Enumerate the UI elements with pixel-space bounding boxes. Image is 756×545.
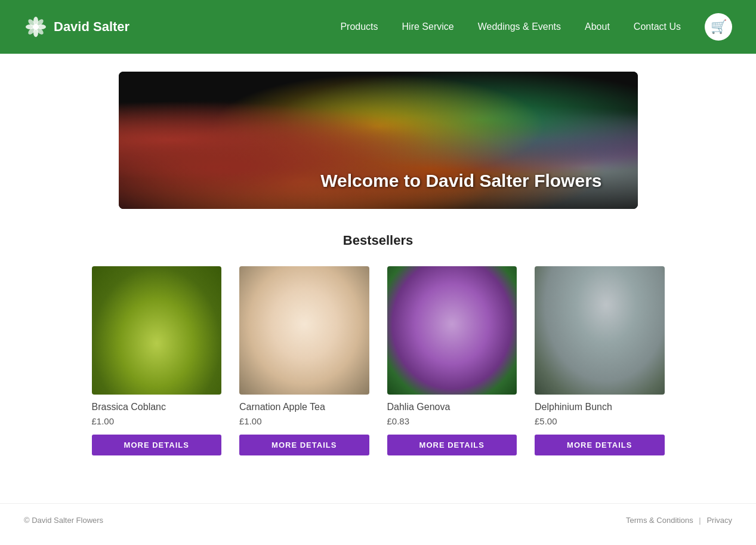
- bestsellers-title: Bestsellers: [92, 233, 665, 248]
- privacy-link[interactable]: Privacy: [706, 516, 732, 525]
- product-card-delphinium: Delphinium Bunch £5.00 MORE DETAILS: [535, 266, 665, 455]
- more-details-button-carnation[interactable]: MORE DETAILS: [239, 435, 369, 455]
- footer-divider: |: [699, 516, 701, 525]
- product-image-dahlia: [387, 266, 517, 395]
- hero-banner: Welcome to David Salter Flowers: [119, 72, 638, 209]
- nav-weddings[interactable]: Weddings & Events: [478, 21, 561, 32]
- product-price-brassica: £1.00: [92, 416, 115, 426]
- nav-products[interactable]: Products: [340, 21, 378, 32]
- product-card-brassica: Brassica Coblanc £1.00 MORE DETAILS: [92, 266, 222, 455]
- product-price-delphinium: £5.00: [535, 416, 557, 426]
- more-details-button-dahlia[interactable]: MORE DETAILS: [387, 435, 517, 455]
- hero-welcome-text: Welcome to David Salter Flowers: [320, 171, 601, 191]
- nav-hire-service[interactable]: Hire Service: [402, 21, 454, 32]
- product-name-delphinium: Delphinium Bunch: [535, 402, 612, 412]
- bestsellers-section: Bestsellers Brassica Coblanc £1.00 MORE …: [80, 233, 677, 455]
- product-name-dahlia: Dahlia Genova: [387, 402, 450, 412]
- flower-logo-icon: [24, 15, 48, 39]
- nav-contact[interactable]: Contact Us: [634, 21, 681, 32]
- terms-link[interactable]: Terms & Conditions: [626, 516, 693, 525]
- product-image-brassica: [92, 266, 222, 395]
- brand-name: David Salter: [54, 19, 129, 35]
- product-price-carnation: £1.00: [239, 416, 262, 426]
- product-name-carnation: Carnation Apple Tea: [239, 402, 325, 412]
- nav-about[interactable]: About: [585, 21, 610, 32]
- product-image-delphinium: [535, 266, 665, 395]
- product-name-brassica: Brassica Coblanc: [92, 402, 166, 412]
- cart-button[interactable]: 🛒: [705, 13, 732, 41]
- more-details-button-brassica[interactable]: MORE DETAILS: [92, 435, 222, 455]
- copyright-text: © David Salter Flowers: [24, 516, 103, 525]
- more-details-button-delphinium[interactable]: MORE DETAILS: [535, 435, 665, 455]
- cart-icon: 🛒: [711, 19, 727, 35]
- site-header: David Salter Products Hire Service Weddi…: [0, 0, 756, 54]
- products-grid: Brassica Coblanc £1.00 MORE DETAILS Carn…: [92, 266, 665, 455]
- product-image-carnation: [239, 266, 369, 395]
- brand-logo[interactable]: David Salter: [24, 15, 129, 39]
- site-footer: © David Salter Flowers Terms & Condition…: [0, 503, 756, 537]
- product-card-carnation: Carnation Apple Tea £1.00 MORE DETAILS: [239, 266, 369, 455]
- product-price-dahlia: £0.83: [387, 416, 410, 426]
- main-nav: Products Hire Service Weddings & Events …: [340, 13, 732, 41]
- footer-links: Terms & Conditions | Privacy: [626, 516, 732, 525]
- product-card-dahlia: Dahlia Genova £0.83 MORE DETAILS: [387, 266, 517, 455]
